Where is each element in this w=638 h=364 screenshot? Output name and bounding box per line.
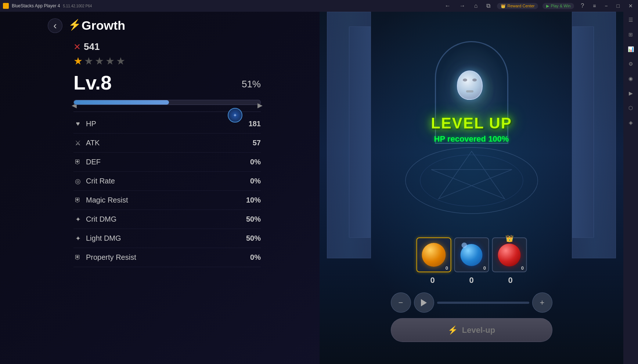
stat-crit-dmg-left: ✦ Crit DMG [73, 215, 116, 223]
star-5: ★ [116, 55, 125, 67]
stat-row-crit-dmg: ✦ Crit DMG 50% [73, 210, 261, 229]
sidebar-icon-2[interactable]: ⊞ [626, 30, 635, 39]
reward-center-btn[interactable]: 👑 Reward Center [497, 3, 538, 9]
sidebar-icon-7[interactable]: ⬡ [626, 103, 635, 112]
progress-arrow-right[interactable]: ▶ [257, 101, 263, 109]
stats-list: ♥ HP ✦ 181 ⚔ ATK 57 [73, 114, 261, 267]
property-resist-label: Property Resist [86, 253, 136, 262]
red-orb-item [498, 244, 521, 266]
indicator-star-icon: ✦ [233, 112, 237, 118]
magic-resist-icon: ⛨ [73, 196, 82, 204]
level-controls: − + [391, 292, 552, 313]
advance-button[interactable] [414, 292, 434, 313]
red-item-count: 0 [521, 265, 524, 271]
multi-window-btn[interactable]: ⧉ [484, 2, 493, 10]
stat-row-def: ⛨ DEF 0% [73, 153, 261, 172]
item-slot-blue[interactable]: 0 [454, 237, 489, 272]
decrease-button[interactable]: − [391, 292, 411, 313]
crit-rate-label: Crit Rate [86, 177, 115, 185]
sword-icon: ✕ [73, 42, 81, 52]
hp-icon: ♥ [73, 120, 82, 128]
maximize-btn[interactable]: □ [614, 2, 622, 10]
blue-qty: 0 [454, 276, 489, 285]
star-4: ★ [105, 55, 115, 67]
stat-light-dmg-left: ✦ Light DMG [73, 234, 121, 243]
growth-title: Growth [82, 18, 125, 33]
main-container: ‹ ⚡ Growth ✕ 541 ★ ★ ★ ★ ★ Lv.8 51% ◀ ▶ [0, 12, 638, 364]
crit-dmg-label: Crit DMG [86, 215, 116, 223]
stat-row-magic-resist: ⛨ Magic Resist 10% [73, 191, 261, 210]
sidebar-icon-4[interactable]: ⚙ [626, 59, 635, 68]
stat-row-property-resist: ⛨ Property Resist 0% [73, 248, 261, 267]
level-up-button[interactable]: ⚡ Level-up [391, 318, 552, 342]
stat-atk-left: ⚔ ATK [73, 139, 100, 147]
stars-row: ★ ★ ★ ★ ★ [73, 55, 125, 67]
blue-orb-detail [461, 243, 467, 248]
sidebar-icon-1[interactable]: ☰ [626, 15, 635, 24]
stat-row-crit-rate: ◎ Crit Rate 0% [73, 172, 261, 191]
power-level-row: ✕ 541 [73, 41, 100, 52]
hp-indicator: ✦ [228, 108, 242, 123]
minimize-btn[interactable]: − [602, 2, 610, 10]
pentagram-svg [380, 140, 563, 221]
magic-resist-value: 10% [246, 196, 261, 204]
play-win-btn[interactable]: ▶ Play & Win [543, 3, 574, 9]
levelup-btn-label: Level-up [462, 325, 495, 335]
stat-magic-resist-left: ⛨ Magic Resist [73, 196, 128, 204]
red-qty: 0 [493, 276, 528, 285]
stat-row-light-dmg: ✦ Light DMG 50% [73, 229, 261, 248]
svg-point-1 [420, 155, 523, 206]
hp-label: HP [86, 120, 96, 128]
item-slot-red[interactable]: 👑 0 [492, 237, 527, 272]
stat-row-hp: ♥ HP ✦ 181 [73, 114, 261, 134]
level-up-container: LEVEL UP HP recovered 100% [431, 114, 512, 144]
back-nav-btn[interactable]: ← [443, 2, 453, 10]
progress-bar-fill [74, 100, 169, 105]
atk-value: 57 [253, 139, 261, 147]
sidebar-icon-8[interactable]: ◈ [626, 118, 635, 127]
menu-btn[interactable]: ≡ [591, 2, 598, 10]
close-btn[interactable]: ✕ [626, 2, 635, 10]
hp-value: 181 [249, 120, 261, 128]
star-2: ★ [84, 55, 93, 67]
help-btn[interactable]: ? [578, 2, 586, 10]
item-slot-yellow[interactable]: 0 [416, 237, 451, 272]
crit-rate-icon: ◎ [73, 177, 82, 185]
magic-resist-label: Magic Resist [86, 196, 128, 204]
item-quantities-row: 0 0 0 [415, 276, 529, 285]
red-crown-icon: 👑 [505, 234, 513, 243]
back-button[interactable]: ‹ [48, 18, 62, 33]
stat-def-left: ⛨ DEF [73, 158, 101, 166]
atk-label: ATK [86, 139, 100, 147]
sidebar-icon-6[interactable]: ▶ [626, 89, 635, 98]
hp-recovered-text: HP recovered 100% [431, 134, 512, 144]
app-title: BlueStacks App Player 4 [12, 3, 60, 8]
level-up-text: LEVEL UP [431, 114, 512, 132]
level-slider[interactable] [437, 302, 529, 304]
yellow-orb-item [422, 243, 446, 267]
def-label: DEF [86, 158, 101, 166]
stat-row-atk: ⚔ ATK 57 [73, 134, 261, 153]
levelup-btn-icon: ⚡ [448, 325, 458, 335]
forward-nav-btn[interactable]: → [457, 2, 468, 10]
right-game-area: LEVEL UP HP recovered 100% 0 0 [320, 12, 623, 364]
orb-body [457, 70, 483, 100]
level-display: Lv.8 [73, 71, 112, 94]
column-detail-right [572, 26, 594, 238]
sidebar-icon-5[interactable]: ◉ [626, 74, 635, 83]
sidebar-icon-3[interactable]: 📊 [626, 45, 635, 54]
stat-hp-left: ♥ HP [73, 120, 96, 128]
yellow-qty: 0 [415, 276, 450, 285]
blue-item-count: 0 [483, 265, 486, 271]
svg-point-0 [405, 148, 538, 214]
increase-button[interactable]: + [532, 292, 552, 313]
def-value: 0% [250, 158, 261, 166]
home-nav-btn[interactable]: ⌂ [472, 2, 480, 10]
blue-orb-item [461, 244, 483, 266]
title-bar: BlueStacks App Player 4 5.11.42.1002 P64… [0, 0, 638, 12]
property-resist-value: 0% [250, 253, 261, 262]
progress-bar [73, 100, 261, 105]
items-row: 0 0 👑 0 [416, 237, 527, 272]
light-dmg-value: 50% [246, 234, 261, 243]
svg-marker-2 [431, 151, 512, 199]
